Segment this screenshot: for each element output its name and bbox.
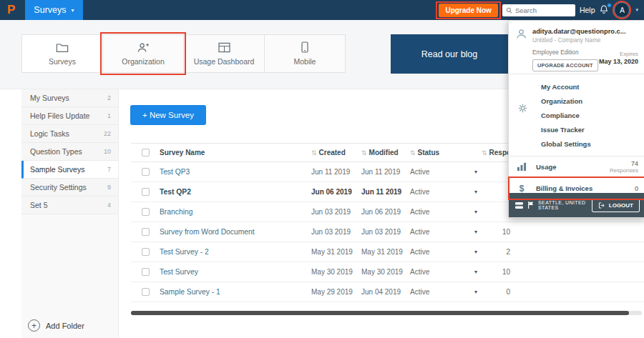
avatar[interactable]: A <box>614 2 630 18</box>
column-header-responses[interactable]: ⇅Responses <box>482 149 510 156</box>
status-caret-icon[interactable]: ▾ <box>474 269 477 275</box>
status-text: Active <box>410 248 429 256</box>
sidebar-folder-item[interactable]: Sample Surveys 7 <box>21 161 118 179</box>
billing-label[interactable]: Billing & Invoices <box>536 184 635 192</box>
status-caret-icon[interactable]: ▾ <box>474 209 477 215</box>
add-folder-button[interactable]: + Add Folder <box>28 319 84 332</box>
survey-name-link[interactable]: Branching <box>160 208 192 216</box>
usage-label[interactable]: Usage <box>536 163 610 171</box>
status-caret-icon[interactable]: ▾ <box>474 249 477 255</box>
tab-label: Organization <box>122 57 165 66</box>
row-checkbox[interactable] <box>142 228 150 236</box>
account-menu-list: My Account Organization Compliance Issue… <box>509 74 644 156</box>
status-text: Active <box>410 268 429 276</box>
status-text: Active <box>410 208 429 216</box>
footer-location: SEATTLE, UNITED STATES <box>538 200 588 210</box>
table-scrollbar[interactable] <box>131 311 642 315</box>
folder-label: Help Files Update <box>30 111 89 120</box>
table-row[interactable]: Sample Survey - 1 May 29 2019 Jun 04 201… <box>131 282 644 302</box>
column-header-survey-name[interactable]: Survey Name <box>160 149 311 156</box>
status-text: Active <box>410 188 429 196</box>
annotation-organization-tab <box>100 32 186 75</box>
gear-icon <box>518 104 527 113</box>
created-date: May 30 2019 <box>311 268 361 276</box>
search-input[interactable] <box>515 6 572 14</box>
tab-label: Mobile <box>294 57 316 66</box>
surveys-nav-label: Surveys <box>34 5 66 15</box>
sidebar-folder-item[interactable]: Logic Tasks 22 <box>21 125 118 143</box>
tab-organization[interactable]: Organization <box>102 34 184 73</box>
table-row[interactable]: Test Survey May 30 2019 May 30 2019 Acti… <box>131 262 644 282</box>
row-checkbox[interactable] <box>142 268 150 276</box>
sidebar-folder-item[interactable]: Set 5 4 <box>21 197 118 214</box>
account-menu-item[interactable]: My Account <box>509 79 644 94</box>
upgrade-now-button[interactable]: Upgrade Now <box>439 4 497 17</box>
account-company: Untitled - Company Name <box>532 36 638 44</box>
plus-circle-icon: + <box>28 319 40 332</box>
responses-count: 10 <box>482 268 510 276</box>
account-menu-item[interactable]: Organization <box>509 94 644 108</box>
tab-mobile[interactable]: Mobile <box>264 34 346 73</box>
sidebar-folder-item[interactable]: Security Settings 9 <box>21 179 118 197</box>
caret-down-icon: ▾ <box>72 7 74 14</box>
row-checkbox[interactable] <box>142 168 150 176</box>
surveys-nav-button[interactable]: Surveys ▾ <box>25 0 82 20</box>
survey-name-link[interactable]: Test QP3 <box>160 168 190 176</box>
folder-label: My Surveys <box>30 94 69 102</box>
upgrade-account-button[interactable]: UPGRADE ACCOUNT <box>532 59 598 71</box>
created-date: May 29 2019 <box>311 288 361 296</box>
mobile-icon <box>301 41 308 53</box>
account-menu-item[interactable]: Compliance <box>509 108 644 122</box>
row-checkbox[interactable] <box>142 208 150 216</box>
row-checkbox[interactable] <box>142 288 150 296</box>
survey-name-link[interactable]: Survey from Word Document <box>160 228 255 236</box>
tab-surveys[interactable]: Surveys <box>21 34 103 73</box>
folder-list: My Surveys 2 Help Files Update 1 Logic T… <box>21 89 118 214</box>
bell-icon[interactable] <box>599 4 610 16</box>
blog-banner[interactable]: Read our blog <box>391 34 508 74</box>
status-caret-icon[interactable]: ▾ <box>474 189 477 195</box>
dashboard-icon <box>218 42 230 53</box>
table-row[interactable]: Survey from Word Document Jun 03 2019 Ju… <box>131 222 644 242</box>
folder-count-badge: 9 <box>107 184 111 191</box>
status-caret-icon[interactable]: ▾ <box>474 289 477 295</box>
modified-date: Jun 06 2019 <box>361 208 410 216</box>
new-survey-button[interactable]: + New Survey <box>130 105 206 125</box>
column-header-status[interactable]: ⇅Status <box>410 149 482 156</box>
survey-name-link[interactable]: Test QP2 <box>160 188 191 196</box>
account-menu-item[interactable]: Issue Tracker <box>509 122 644 136</box>
expires-date: May 13, 2020 <box>599 58 638 65</box>
usage-row[interactable]: Usage 74 Responses <box>509 156 644 178</box>
organization-people-icon <box>137 42 150 53</box>
row-checkbox[interactable] <box>142 248 150 256</box>
sidebar-folder-item[interactable]: My Surveys 2 <box>21 89 118 107</box>
logout-button[interactable]: LOGOUT <box>592 199 640 212</box>
row-checkbox[interactable] <box>142 188 150 196</box>
avatar-caret-icon[interactable]: ▾ <box>635 7 638 13</box>
account-menu-item[interactable]: Global Settings <box>509 136 644 151</box>
tab-usage-dashboard[interactable]: Usage Dashboard <box>183 34 265 73</box>
folder-label: Sample Surveys <box>30 165 84 174</box>
select-all-checkbox[interactable] <box>142 149 150 156</box>
logout-label: LOGOUT <box>609 202 633 209</box>
help-link[interactable]: Help <box>580 6 595 14</box>
sidebar-folder-item[interactable]: Question Types 10 <box>21 143 118 161</box>
server-stack-icon <box>514 202 524 209</box>
column-header-modified[interactable]: ⇅Modified <box>361 149 410 156</box>
sidebar-folder-item[interactable]: Help Files Update 1 <box>21 107 118 125</box>
column-header-created[interactable]: ⇅Created <box>311 149 361 156</box>
search-box[interactable] <box>502 4 575 16</box>
survey-name-link[interactable]: Sample Survey - 1 <box>160 288 220 296</box>
modified-date: May 31 2019 <box>361 248 410 256</box>
scrollbar-thumb[interactable] <box>131 311 629 315</box>
created-date: Jun 11 2019 <box>311 168 361 176</box>
usage-value: 74 <box>610 160 638 167</box>
status-caret-icon[interactable]: ▾ <box>474 229 477 235</box>
folder-icon <box>56 42 69 53</box>
folder-label: Logic Tasks <box>30 129 69 138</box>
status-caret-icon[interactable]: ▾ <box>474 169 477 175</box>
billing-value: 0 <box>635 185 638 192</box>
survey-name-link[interactable]: Test Survey <box>160 268 198 276</box>
table-row[interactable]: Test Survey - 2 May 31 2019 May 31 2019 … <box>131 242 644 262</box>
survey-name-link[interactable]: Test Survey - 2 <box>160 248 209 256</box>
